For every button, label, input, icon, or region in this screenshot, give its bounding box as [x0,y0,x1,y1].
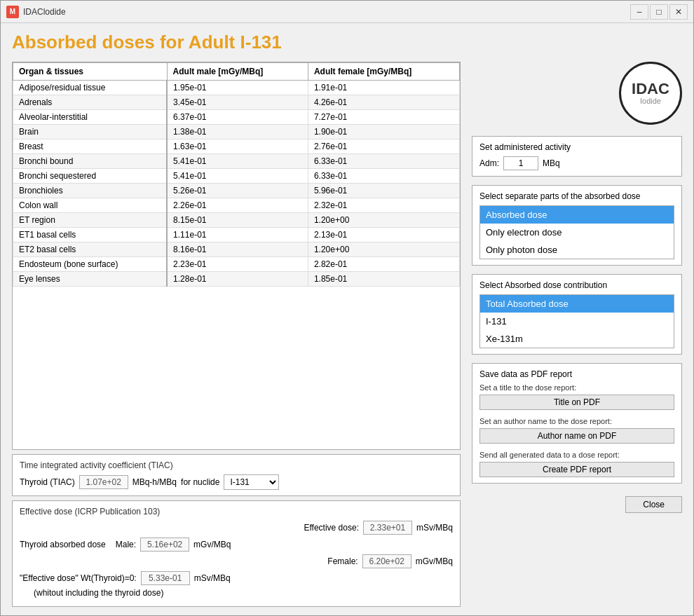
male-label: Male: [116,540,136,549]
wt-note: (whitout including the thyroid dose) [34,588,163,598]
table-row: Colon wall2.26e-012.32e-01 [13,198,460,213]
main-window: M IDAClodide – □ ✕ Absorbed doses for Ad… [0,0,694,616]
table-row: Adipose/residual tissue1.95e-011.91e-01 [13,81,460,95]
dose-parts-title: Select separate parts of the absorbed do… [479,191,674,201]
table-row: Bronchioles5.26e-015.96e-01 [13,184,460,198]
table-row: Eye lenses1.28e-011.85e-01 [13,272,460,287]
contribution-list: Total Absorbed dose I-131 Xe-131m [479,294,674,348]
titlebar: M IDAClodide – □ ✕ [1,1,693,23]
thyroid-row: Thyroid absorbed dose Male: 5.16e+02 mGv… [20,538,453,552]
pdf-title: Save data as PDF report [479,369,674,379]
col-organ: Organ & tissues [13,63,168,81]
table-row: Endosteum (bone surface)2.23e-012.82e-01 [13,257,460,272]
table-row: ET1 basal cells1.11e-012.13e-01 [13,228,460,242]
female-row: Female: 6.20e+02 mGv/MBq [20,554,453,568]
col-female: Adult female [mGy/MBq] [308,63,459,81]
wt-note-row: (whitout including the thyroid dose) [20,588,453,598]
tiac-title: Time integrated activity coefficient (TI… [20,460,453,470]
wt-label: "Effective dose" Wt(Thyroid)=0: [20,573,137,583]
minimize-button[interactable]: – [630,4,648,20]
close-btn-area: Close [472,496,682,513]
dose-table-container: Organ & tissues Adult male [mGy/MBq] Adu… [12,62,461,450]
male-value: 5.16e+02 [140,538,189,552]
male-unit: mGv/MBq [193,540,231,549]
dose-parts-list: Absorbed dose Only electron dose Only ph… [479,205,674,259]
logo-text-iodide: Iodide [640,97,661,105]
pdf-author-label: Set an author name to the dose report: [479,417,674,425]
table-row: Bronchi bound5.41e-016.33e-01 [13,154,460,169]
table-row: Breast1.63e-012.76e-01 [13,139,460,154]
tiac-for-label: for nuclide [181,477,219,487]
effective-title: Effective dose (ICRP Publication 103) [20,507,453,516]
table-row: ET2 basal cells8.16e-011.20e+00 [13,242,460,257]
pdf-title-button[interactable]: Title on PDF [479,395,674,410]
idac-logo: IDAC Iodide [619,62,682,125]
col-male: Adult male [mGy/MBq] [167,63,308,81]
logo-container: IDAC Iodide [472,62,682,125]
effective-unit: mSv/MBq [416,523,453,533]
effective-dose-row: Effective dose: 2.33e+01 mSv/MBq [20,521,453,535]
contribution-title: Select Absorbed dose contribution [479,280,674,290]
pdf-title-label: Set a title to the dose report: [479,383,674,392]
female-label: Female: [327,556,358,566]
right-panel: IDAC Iodide Set administered activity Ad… [472,62,682,607]
nuclide-select[interactable]: I-131 Xe-131m [224,474,279,490]
left-panel: Organ & tissues Adult male [mGy/MBq] Adu… [12,62,461,607]
admin-row: Adm: MBq [479,156,674,170]
content-area: Absorbed doses for Adult I-131 Organ & t… [1,23,693,615]
window-title: IDAClodide [23,7,630,17]
table-row: Brain1.38e-011.90e-01 [13,125,460,139]
thyroid-label: Thyroid absorbed dose [20,540,106,549]
pdf-author-button[interactable]: Author name on PDF [479,428,674,444]
maximize-button[interactable]: □ [650,4,668,20]
effective-dose-section: Effective dose (ICRP Publication 103) Ef… [12,500,461,607]
logo-text-idac: IDAC [632,81,669,97]
dose-part-electron[interactable]: Only electron dose [480,224,674,241]
tiac-section: Time integrated activity coefficient (TI… [12,454,461,496]
main-layout: Organ & tissues Adult male [mGy/MBq] Adu… [12,62,682,607]
contribution-xe131m[interactable]: Xe-131m [480,330,674,348]
female-value: 6.20e+02 [362,554,411,568]
contribution-section: Select Absorbed dose contribution Total … [472,274,682,355]
pdf-section: Save data as PDF report Set a title to t… [472,363,682,484]
admin-label: Adm: [479,158,499,168]
table-row: ET region8.15e-011.20e+00 [13,213,460,228]
dose-table: Organ & tissues Adult male [mGy/MBq] Adu… [13,62,460,287]
effective-label: Effective dose: [304,523,359,533]
tiac-label: Thyroid (TIAC) [20,477,75,487]
admin-input[interactable] [503,156,538,170]
admin-section: Set administered activity Adm: MBq [472,136,682,177]
wt-row: "Effective dose" Wt(Thyroid)=0: 5.33e-01… [20,571,453,585]
dose-part-absorbed[interactable]: Absorbed dose [480,206,674,224]
close-button[interactable]: Close [625,496,682,513]
tiac-row: Thyroid (TIAC) 1.07e+02 MBq-h/MBq for nu… [20,474,453,490]
app-icon: M [6,6,19,18]
admin-unit: MBq [543,158,560,168]
tiac-unit: MBq-h/MBq [132,477,177,487]
effective-value: 2.33e+01 [363,521,412,535]
pdf-send-label: Send all generated data to a dose report… [479,451,674,459]
contribution-i131[interactable]: I-131 [480,313,674,330]
pdf-create-button[interactable]: Create PDF report [479,462,674,477]
admin-title: Set administered activity [479,142,674,152]
tiac-value: 1.07e+02 [79,475,128,489]
female-unit: mGv/MBq [416,556,453,566]
window-close-button[interactable]: ✕ [669,4,688,20]
table-wrapper[interactable]: Organ & tissues Adult male [mGy/MBq] Adu… [13,62,460,449]
page-title: Absorbed doses for Adult I-131 [12,32,682,53]
wt-unit: mSv/MBq [194,573,231,583]
contribution-total[interactable]: Total Absorbed dose [480,295,674,313]
table-row: Bronchi sequestered5.41e-016.33e-01 [13,169,460,184]
table-row: Alveolar-interstitial6.37e-017.27e-01 [13,110,460,125]
dose-parts-section: Select separate parts of the absorbed do… [472,185,682,266]
pdf-row: Set a title to the dose report: Title on… [479,383,674,477]
dose-part-photon[interactable]: Only photon dose [480,241,674,259]
window-controls: – □ ✕ [630,4,688,20]
wt-value: 5.33e-01 [141,571,190,585]
table-row: Adrenals3.45e-014.26e-01 [13,95,460,110]
